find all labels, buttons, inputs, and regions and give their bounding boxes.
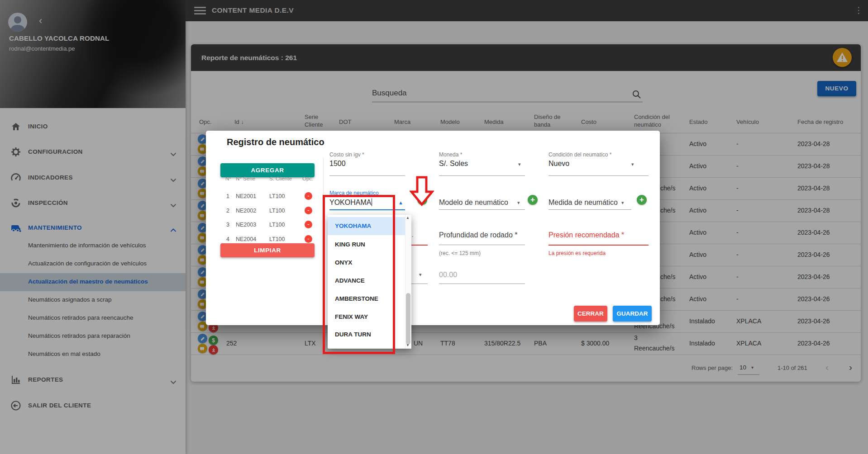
costo-underline bbox=[329, 175, 405, 176]
profundidad-underline bbox=[439, 245, 525, 245]
mini-col-header: S. Cliente bbox=[269, 176, 292, 181]
scroll-up-icon[interactable]: ▲ bbox=[406, 216, 410, 220]
costo-input[interactable]: 1500 bbox=[329, 160, 346, 168]
remove-serial-button[interactable]: - bbox=[305, 207, 312, 214]
condicion-select[interactable]: Nuevo bbox=[548, 160, 569, 168]
moneda-underline bbox=[439, 175, 525, 176]
agregar-button[interactable]: AGREGAR bbox=[220, 163, 315, 177]
condicion-label: Condición del neumatico * bbox=[548, 151, 611, 158]
app-root: ‹ CABELLO YACOLCA RODNAL rodnal@contentm… bbox=[0, 0, 868, 454]
condicion-caret-icon[interactable]: ▾ bbox=[631, 161, 634, 167]
mini-col-header: N° Serie bbox=[236, 176, 255, 181]
mini-cell-n: 2 bbox=[226, 208, 229, 214]
mini-cell-cliente: LT100 bbox=[269, 208, 285, 214]
moneda-label: Moneda * bbox=[439, 151, 462, 158]
mini-cell-serie: NE2003 bbox=[236, 222, 256, 228]
presion-input[interactable]: Presión recomendada * bbox=[548, 231, 624, 239]
annotation-highlight-rect bbox=[323, 195, 395, 354]
mini-cell-cliente: LT100 bbox=[269, 236, 285, 242]
mini-cell-serie: NE2001 bbox=[236, 193, 256, 199]
annotation-arrow-icon bbox=[410, 175, 434, 209]
presion-error: La presión es requerida bbox=[548, 250, 606, 256]
modelo-underline bbox=[439, 209, 525, 210]
mini-cell-serie: NE2004 bbox=[236, 236, 256, 242]
scroll-down-icon[interactable]: ▼ bbox=[406, 343, 410, 347]
tire-registration-modal: Registro de neumático AGREGAR N°N° Serie… bbox=[206, 131, 660, 325]
profundidad-input[interactable]: Profundidad de rodado * bbox=[439, 231, 517, 239]
medida-underline bbox=[548, 209, 631, 210]
scrollbar-thumb[interactable] bbox=[406, 293, 410, 345]
costo-label: Costo sin igv * bbox=[329, 151, 364, 158]
moneda-select[interactable]: S/. Soles bbox=[439, 160, 468, 168]
mini-cell-cliente: LT100 bbox=[269, 193, 285, 199]
modelo-select[interactable]: Modelo de neumático bbox=[439, 199, 508, 207]
moneda-caret-icon[interactable]: ▾ bbox=[518, 161, 521, 167]
guardar-button[interactable]: GUARDAR bbox=[613, 306, 652, 322]
remove-serial-button[interactable]: - bbox=[305, 221, 312, 228]
modal-title: Registro de neumático bbox=[227, 137, 324, 147]
add-modelo-button[interactable]: + bbox=[528, 195, 538, 205]
profundidad-hint: (rec. <= 125 mm) bbox=[439, 250, 481, 256]
limpiar-button[interactable]: LIMPIAR bbox=[220, 243, 315, 257]
mini-cell-n: 1 bbox=[226, 193, 229, 199]
cerrar-button[interactable]: CERRAR bbox=[574, 306, 607, 322]
medida-select[interactable]: Medida de neumático bbox=[548, 199, 618, 207]
condicion-underline bbox=[548, 175, 649, 176]
mini-cell-cliente: LT100 bbox=[269, 222, 285, 228]
mini-cell-n: 4 bbox=[226, 236, 229, 242]
add-medida-button[interactable]: + bbox=[637, 195, 647, 205]
marca-caret-up-icon[interactable]: ▲ bbox=[398, 200, 403, 205]
remove-serial-button[interactable]: - bbox=[305, 192, 312, 200]
hidden-select-caret-icon[interactable]: ▾ bbox=[419, 272, 422, 278]
mini-col-header: N° bbox=[225, 176, 231, 181]
modelo-caret-icon[interactable]: ▾ bbox=[517, 200, 520, 206]
cantidad-underline bbox=[439, 284, 525, 284]
mini-cell-serie: NE2002 bbox=[236, 208, 256, 214]
remove-serial-button[interactable]: - bbox=[305, 235, 312, 243]
medida-caret-icon[interactable]: ▾ bbox=[621, 200, 624, 206]
mini-cell-n: 3 bbox=[226, 222, 229, 228]
presion-underline bbox=[548, 245, 649, 246]
cantidad-input[interactable]: 00.00 bbox=[439, 271, 457, 279]
mini-col-header: Opc. bbox=[302, 176, 313, 181]
